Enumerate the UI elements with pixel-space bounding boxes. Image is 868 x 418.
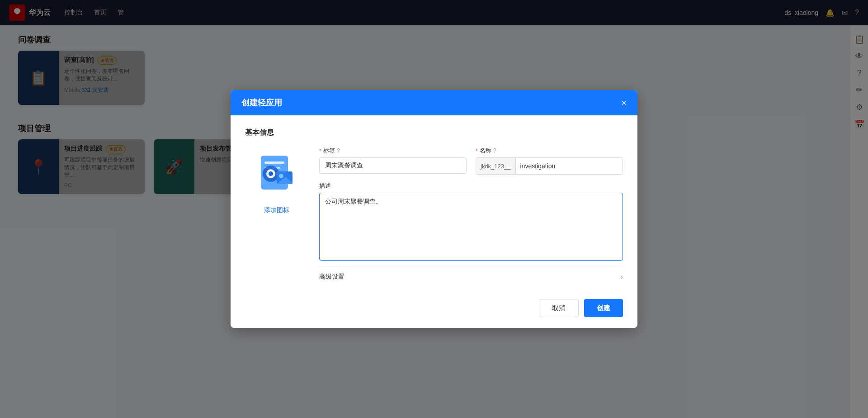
name-required-star: *	[476, 147, 478, 154]
advanced-settings-section[interactable]: 高级设置 ›	[319, 266, 623, 281]
name-label-text: 名称	[480, 147, 491, 155]
tag-help-icon[interactable]: ?	[337, 147, 340, 154]
basic-info-label: 基本信息	[245, 128, 623, 138]
background-page: 华为云 控制台 首页 管 ds_xiaolong 🔔 ✉ ? 问卷调查 📋 调查…	[0, 0, 868, 418]
desc-group: 描述 公司周末聚餐调查。	[319, 182, 623, 262]
name-label: * 名称 ?	[476, 147, 623, 155]
icon-upload-area: 添加图标	[245, 147, 308, 281]
svg-rect-1	[264, 162, 284, 164]
modal-footer: 取消 创建	[231, 292, 637, 328]
create-button[interactable]: 创建	[584, 299, 623, 317]
name-suffix-input[interactable]	[516, 158, 623, 174]
cancel-button[interactable]: 取消	[539, 299, 579, 317]
modal-title: 创建轻应用	[241, 97, 282, 108]
tag-label: * 标签 ?	[319, 147, 467, 155]
modal-body: 基本信息	[231, 115, 637, 292]
desc-label: 描述	[319, 182, 623, 190]
icon-preview	[250, 147, 304, 201]
desc-textarea[interactable]: 公司周末聚餐调查。	[319, 193, 623, 261]
create-app-modal: 创建轻应用 × 基本信息	[231, 90, 637, 328]
form-fields: * 标签 ? * 名称 ?	[319, 147, 623, 281]
chevron-right-icon: ›	[621, 273, 623, 281]
name-input-group: jkdk_123__	[476, 157, 623, 175]
add-icon-label[interactable]: 添加图标	[264, 206, 289, 214]
tag-label-text: 标签	[323, 147, 335, 155]
name-help-icon[interactable]: ?	[493, 147, 496, 154]
modal-header: 创建轻应用 ×	[231, 90, 637, 115]
form-layout: 添加图标 * 标签 ?	[245, 147, 623, 281]
advanced-label: 高级设置	[319, 273, 344, 281]
svg-point-8	[279, 174, 283, 178]
close-button[interactable]: ×	[621, 98, 627, 107]
name-group: * 名称 ? jkdk_123__	[476, 147, 623, 175]
svg-point-6	[269, 171, 273, 176]
tag-input[interactable]	[319, 157, 467, 174]
tag-group: * 标签 ?	[319, 147, 467, 175]
name-prefix: jkdk_123__	[476, 158, 516, 174]
desc-label-text: 描述	[319, 182, 331, 190]
tag-required-star: *	[319, 147, 321, 154]
tag-name-row: * 标签 ? * 名称 ?	[319, 147, 623, 175]
